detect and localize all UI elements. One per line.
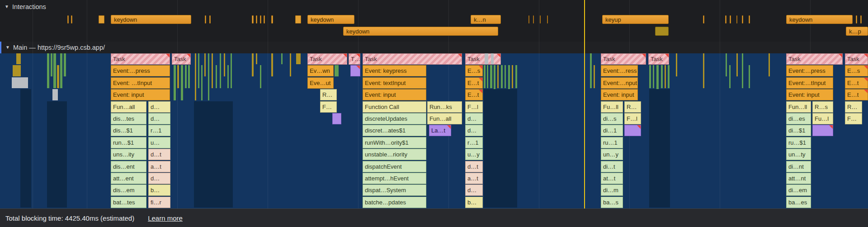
flame-bar[interactable]: Ev…wn	[307, 65, 334, 76]
flame-sliver[interactable]	[512, 65, 513, 88]
flame-sliver[interactable]	[224, 53, 225, 76]
flame-bar[interactable]: d…	[465, 184, 483, 196]
flame-bar[interactable]: d…	[148, 101, 170, 113]
flame-bar[interactable]: dis…$1	[111, 125, 146, 136]
flame-sliver[interactable]	[174, 65, 176, 100]
flame-sliver[interactable]	[16, 53, 21, 64]
flame-bar[interactable]: R…	[845, 101, 862, 113]
learn-more-link[interactable]: Learn more	[148, 214, 183, 222]
flame-sliver[interactable]	[220, 53, 221, 88]
flame-sliver[interactable]	[181, 65, 183, 100]
flame-sliver[interactable]	[490, 65, 492, 88]
flame-sliver[interactable]	[487, 65, 488, 88]
flame-bar[interactable]: ba…s	[601, 197, 623, 208]
flame-sliver[interactable]	[676, 53, 677, 76]
flame-bar[interactable]	[332, 113, 341, 124]
flame-bar[interactable]: Task	[786, 53, 843, 65]
interaction-tick[interactable]	[99, 15, 104, 24]
flame-sliver[interactable]	[47, 53, 49, 88]
flame-bar[interactable]: ru…1	[601, 137, 623, 148]
flame-sliver[interactable]	[515, 65, 517, 88]
flame-bar[interactable]: di…em	[786, 184, 811, 196]
flame-sliver[interactable]	[661, 65, 663, 88]
interaction-tick[interactable]	[736, 15, 737, 24]
interaction-tick[interactable]	[256, 15, 257, 24]
flame-bar[interactable]: ba…es	[786, 197, 811, 208]
flame-bar[interactable]: d…t	[465, 161, 483, 172]
flame-sliver[interactable]	[668, 65, 670, 88]
flame-bar[interactable]: ru…$1	[786, 137, 811, 148]
flame-bar[interactable]: di…es	[786, 113, 811, 124]
flame-sliver[interactable]	[204, 53, 206, 76]
flame-sliver[interactable]	[769, 53, 770, 76]
interaction-tick[interactable]	[209, 15, 211, 24]
flame-bar[interactable]: T…	[349, 53, 360, 65]
flame-sliver[interactable]	[60, 53, 62, 88]
flame-sliver[interactable]	[198, 53, 199, 88]
interaction-bar[interactable]: keydown	[111, 15, 191, 24]
flame-bar[interactable]: E…t	[845, 89, 868, 100]
flame-bar[interactable]: run…$1	[111, 137, 146, 148]
interaction-tick[interactable]	[260, 15, 261, 24]
flame-sliver[interactable]	[742, 53, 743, 88]
flame-bar[interactable]: discret…ates$1	[363, 125, 426, 136]
flame-sliver[interactable]	[256, 53, 257, 64]
flame-bar[interactable]: E…s	[465, 65, 483, 76]
flame-bar[interactable]: Fun…all	[427, 113, 462, 124]
flame-bar[interactable]	[624, 125, 641, 136]
flame-sliver[interactable]	[216, 65, 217, 88]
flame-bar[interactable]	[812, 125, 833, 136]
flame-bar[interactable]: a…t	[465, 173, 483, 184]
flame-bar[interactable]: d…	[148, 113, 170, 124]
flame-bar[interactable]: bat…tes	[111, 197, 146, 208]
flame-bar[interactable]: F…l	[624, 113, 641, 124]
flame-bar[interactable]: E…t	[465, 77, 483, 89]
flame-sliver[interactable]	[491, 53, 494, 64]
flame-bar[interactable]: R…	[624, 101, 641, 113]
flame-bar[interactable]: Run…ks	[427, 101, 462, 113]
flame-sliver[interactable]	[185, 65, 187, 88]
flame-sliver[interactable]	[505, 65, 506, 88]
flame-bar[interactable]: u…	[148, 137, 170, 148]
flame-bar[interactable]: d…	[465, 113, 483, 124]
flame-bar[interactable]: di…m	[601, 184, 623, 196]
interactions-track-header[interactable]: ▼ Interactions	[5, 3, 46, 10]
flame-bar[interactable]: att…ent	[111, 173, 146, 184]
interaction-tick[interactable]	[703, 15, 704, 24]
interaction-bar[interactable]: keyup	[602, 15, 669, 24]
interaction-tick[interactable]	[547, 15, 548, 24]
flame-bar[interactable]: Eve…ut	[307, 77, 334, 89]
flame-sliver[interactable]	[497, 65, 499, 88]
interaction-tick[interactable]	[67, 15, 69, 24]
flame-bar[interactable]: F…	[320, 101, 337, 113]
interaction-bar[interactable]: keydown	[307, 15, 354, 24]
flame-sliver[interactable]	[57, 65, 59, 88]
flame-bar[interactable]: Event: input	[786, 89, 833, 100]
flame-sliver[interactable]	[188, 65, 190, 88]
flame-sliver[interactable]	[501, 65, 503, 88]
flame-sliver[interactable]	[201, 65, 203, 100]
flame-bar[interactable]: R…	[320, 89, 337, 100]
flame-sliver[interactable]	[177, 65, 179, 88]
flame-sliver[interactable]	[13, 65, 21, 76]
interaction-tick[interactable]	[725, 15, 726, 24]
flame-bar[interactable]: Fun…ll	[786, 101, 811, 113]
flame-sliver[interactable]	[227, 65, 229, 88]
flame-bar[interactable]: Event:…tInput	[786, 77, 833, 89]
flame-bar[interactable]: Task	[648, 53, 669, 65]
flame-sliver[interactable]	[53, 53, 56, 88]
flame-sliver[interactable]	[703, 53, 704, 88]
flame-bar[interactable]: Task	[465, 53, 501, 65]
flame-bar[interactable]: Event: input	[601, 89, 638, 100]
flame-bar[interactable]: Task	[111, 53, 170, 65]
flame-bar[interactable]: Task	[307, 53, 347, 65]
flame-bar[interactable]: Fu…l	[812, 113, 833, 124]
flame-bar[interactable]: Task	[172, 53, 191, 65]
flame-sliver[interactable]	[260, 65, 261, 88]
interaction-bar[interactable]: keydown	[786, 15, 853, 24]
interaction-tick[interactable]	[295, 15, 301, 24]
interaction-tick[interactable]	[252, 15, 254, 24]
flame-bar[interactable]: discreteUpdates	[363, 113, 426, 124]
interaction-tick[interactable]	[271, 15, 273, 24]
flame-sliver[interactable]	[252, 53, 254, 76]
